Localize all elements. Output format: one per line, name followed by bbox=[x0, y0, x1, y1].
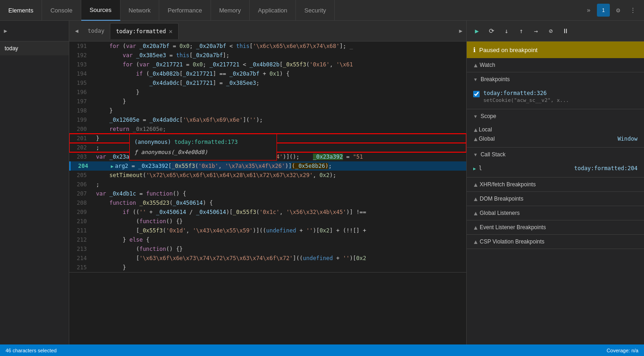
status-bar: 46 characters selected Coverage: n/a bbox=[0, 344, 644, 356]
pause-on-exception-btn[interactable]: ⏸ bbox=[559, 24, 572, 37]
table-row: 199 _0x12605e = _0x4da0dc['\x6a\x6f\x69\… bbox=[69, 115, 466, 125]
status-coverage: Coverage: n/a bbox=[607, 348, 638, 353]
settings-icon[interactable]: ⚙ bbox=[612, 4, 625, 17]
dom-header[interactable]: ▶ DOM Breakpoints bbox=[467, 192, 644, 206]
toolbar-icons: » 1 ⚙ ⋮ bbox=[582, 4, 644, 17]
csp-chevron: ▶ bbox=[473, 240, 478, 243]
table-row: 194 if (_0x4b082b[_0x217721] == _0x20a7b… bbox=[69, 69, 466, 78]
table-row: 197 } bbox=[69, 97, 466, 106]
table-row: 198 } bbox=[69, 106, 466, 115]
top-tab-bar: Elements Console Sources Network Perform… bbox=[0, 0, 644, 21]
event-listener-header[interactable]: ▶ Event Listener Breakpoints bbox=[467, 220, 644, 234]
scope-global: ▶ Global Window bbox=[473, 134, 638, 143]
more-options-icon[interactable]: ⋮ bbox=[626, 4, 639, 17]
scope-body: ▶ Local ▶ Global Window bbox=[467, 123, 644, 147]
left-sidebar: ▶ today bbox=[0, 21, 69, 344]
code-lines: 191 for (var _0x20a7bf = 0x0; _0x20a7bf … bbox=[69, 42, 466, 272]
breakpoints-header[interactable]: ▼ Breakpoints bbox=[467, 72, 644, 86]
global-listeners-header[interactable]: ▶ Global Listeners bbox=[467, 206, 644, 220]
tab-console[interactable]: Console bbox=[42, 0, 81, 21]
editor-nav-back[interactable]: ◀ bbox=[71, 25, 82, 36]
global-listeners-chevron: ▶ bbox=[473, 211, 478, 215]
sidebar-tabs: ▶ bbox=[0, 21, 69, 42]
step-out-btn[interactable]: → bbox=[530, 24, 542, 37]
table-row: 207 var _0x4db1c = function() { bbox=[69, 189, 466, 198]
table-row: 193 for (var _0x217721 = 0x0; _0x217721 … bbox=[69, 60, 466, 69]
sidebar-nav-icon[interactable]: ▶ bbox=[0, 25, 11, 36]
event-listener-section: ▶ Event Listener Breakpoints bbox=[467, 220, 644, 235]
watch-section: ▶ Watch bbox=[467, 58, 644, 72]
breakpoints-body: today:formatted:326 setCookie("acw_sc__v… bbox=[467, 86, 644, 109]
scope-header[interactable]: ▼ Scope bbox=[467, 109, 644, 123]
step-into-btn[interactable]: ↑ bbox=[515, 24, 528, 37]
breakpoints-section: ▼ Breakpoints today:formatted:326 setCoo… bbox=[467, 72, 644, 109]
more-tabs-icon[interactable]: » bbox=[582, 4, 595, 17]
csp-section: ▶ CSP Violation Breakpoints bbox=[467, 235, 644, 249]
tab-performance[interactable]: Performance bbox=[159, 0, 211, 21]
table-row: 210 (function() {} bbox=[69, 217, 466, 226]
global-listeners-section: ▶ Global Listeners bbox=[467, 206, 644, 220]
main-area: ▶ today ◀ today today:formatted × ▶ 191 bbox=[0, 21, 644, 344]
tab-memory[interactable]: Memory bbox=[211, 0, 250, 21]
table-row: 195 _0x4da0dc[_0x217721] = _0x385ee3; bbox=[69, 78, 466, 88]
table-row: 206 ; bbox=[69, 180, 466, 189]
table-row: 196 } bbox=[69, 88, 466, 97]
deactivate-btn[interactable]: ⊘ bbox=[544, 24, 557, 37]
dom-chevron: ▶ bbox=[473, 197, 478, 201]
table-row: 211 [_0x55f3('0x1d', '\x43\x4e\x55\x59')… bbox=[69, 226, 466, 235]
csp-header[interactable]: ▶ CSP Violation Breakpoints bbox=[467, 235, 644, 249]
editor-nav-forward[interactable]: ▶ bbox=[455, 25, 466, 36]
xhr-chevron: ▶ bbox=[473, 183, 478, 186]
dom-section: ▶ DOM Breakpoints bbox=[467, 192, 644, 206]
horizontal-scrollbar[interactable] bbox=[69, 272, 466, 278]
xhr-header[interactable]: ▶ XHR/fetch Breakpoints bbox=[467, 178, 644, 191]
breakpoint-checkbox[interactable] bbox=[473, 91, 480, 97]
table-row: 212 } else { bbox=[69, 235, 466, 244]
resume-btn[interactable]: ▶ bbox=[470, 24, 483, 37]
scope-chevron: ▼ bbox=[473, 114, 478, 119]
table-row: 214 ['\x63\x6f\x6e\x73\x74\x72\x75\x63\x… bbox=[69, 254, 466, 263]
callstack-section: ▼ Call Stack ▶ l today:formatted:204 bbox=[467, 148, 644, 178]
tab-security[interactable]: Security bbox=[296, 0, 335, 21]
table-row: 191 for (var _0x20a7bf = 0x0; _0x20a7bf … bbox=[69, 42, 466, 51]
table-row: 200 return _0x12605e; bbox=[69, 125, 466, 134]
xhr-section: ▶ XHR/fetch Breakpoints bbox=[467, 178, 644, 192]
callstack-header[interactable]: ▼ Call Stack bbox=[467, 148, 644, 161]
editor-tabs: ◀ today today:formatted × ▶ bbox=[69, 21, 466, 42]
step-over-btn[interactable]: ↓ bbox=[500, 24, 513, 37]
right-panel: ▶ ⟳ ↓ ↑ → ⊘ ⏸ ℹ Paused on breakpoint ▶ W… bbox=[466, 21, 644, 344]
table-row: 215 } bbox=[69, 263, 466, 272]
watch-chevron: ▶ bbox=[473, 63, 478, 67]
table-row: 213 (function() {} bbox=[69, 244, 466, 254]
code-container[interactable]: 191 for (var _0x20a7bf = 0x0; _0x20a7bf … bbox=[69, 42, 466, 344]
event-listener-chevron: ▶ bbox=[473, 225, 478, 229]
close-tab-icon[interactable]: × bbox=[169, 28, 173, 35]
callstack-item: ▶ l today:formatted:204 bbox=[473, 163, 638, 173]
breakpoint-item: today:formatted:326 setCookie("acw_sc__v… bbox=[473, 88, 638, 105]
breakpoints-chevron: ▼ bbox=[473, 77, 478, 82]
table-row: 204 ▶arg2 = _0x23a392[_0x55f3('0x1b', '\… bbox=[69, 161, 466, 171]
scope-section: ▼ Scope ▶ Local ▶ Global Window bbox=[467, 109, 644, 148]
editor-tab-today[interactable]: today bbox=[82, 23, 110, 39]
scope-local: ▶ Local bbox=[473, 125, 638, 134]
tab-sources[interactable]: Sources bbox=[81, 0, 120, 21]
editor-area: ◀ today today:formatted × ▶ 191 for (var… bbox=[69, 21, 466, 344]
tab-elements[interactable]: Elements bbox=[0, 0, 42, 21]
table-row: 209 if (('' + _0x450614 / _0x450614)[_0x… bbox=[69, 208, 466, 217]
table-row: 192 var _0x385ee3 = this[_0x20a7bf]; bbox=[69, 51, 466, 60]
tab-application[interactable]: Application bbox=[250, 0, 296, 21]
cs-arrow-icon: ▶ bbox=[473, 166, 476, 171]
debugger-icon[interactable]: 1 bbox=[597, 4, 610, 17]
watch-header[interactable]: ▶ Watch bbox=[467, 58, 644, 72]
debug-toolbar: ▶ ⟳ ↓ ↑ → ⊘ ⏸ bbox=[467, 21, 644, 42]
global-chevron: ▶ bbox=[473, 137, 478, 141]
info-icon: ℹ bbox=[473, 46, 475, 53]
table-row: 208 function _0x355d23(_0x450614) { bbox=[69, 198, 466, 208]
table-row: 205 setTimeout('\x72\x65\x6c\x6f\x61\x64… bbox=[69, 171, 466, 180]
status-selected: 46 characters selected bbox=[6, 348, 57, 353]
tab-network[interactable]: Network bbox=[120, 0, 160, 21]
sidebar-item-today[interactable]: today bbox=[0, 42, 69, 55]
editor-tab-formatted[interactable]: today:formatted × bbox=[110, 23, 179, 39]
tooltip-container: 201 } 202 ; (anonymous) today:formatted: bbox=[69, 134, 466, 152]
pause-btn[interactable]: ⟳ bbox=[485, 24, 498, 37]
